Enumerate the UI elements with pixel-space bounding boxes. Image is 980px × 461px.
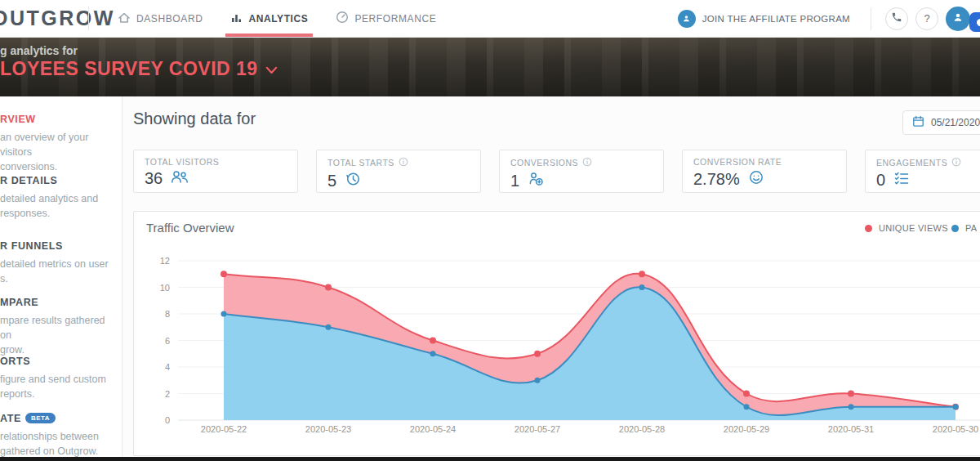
x-tick-label: 2020-05-27 xyxy=(514,424,560,434)
chart-point xyxy=(534,351,541,357)
x-tick-label: 2020-05-22 xyxy=(201,424,247,434)
beta-badge: BETA xyxy=(25,413,56,423)
sidebar-item-description: detailed metrics on users. xyxy=(0,257,116,286)
tab-analytics[interactable]: ANALYTICS xyxy=(230,0,308,37)
stat-label: CONVERSION RATE xyxy=(693,157,782,167)
chart-point xyxy=(325,284,332,291)
chart-point xyxy=(430,351,436,356)
stat-label: CONVERSIONS xyxy=(510,158,578,168)
outgrow-logo[interactable]: OUTGROW xyxy=(0,7,115,30)
people-icon xyxy=(171,169,189,188)
smiley-icon xyxy=(748,169,764,190)
sidebar: RVIEW an overview of your visitorsconver… xyxy=(0,96,122,461)
phone-icon xyxy=(891,11,902,25)
date-range-picker[interactable]: 05/21/2020 - 0 xyxy=(902,110,980,135)
content-title: LOYEES SURVEY COVID 19 xyxy=(0,58,258,80)
date-range-value: 05/21/2020 - 0 xyxy=(931,117,980,128)
chat-dot xyxy=(977,19,980,26)
user-plus-icon xyxy=(528,171,544,190)
stat-card-conversions: CONVERSIONS 1 xyxy=(499,150,664,193)
chart-point xyxy=(849,404,854,410)
chart-point xyxy=(744,404,750,410)
chart-point xyxy=(326,324,332,330)
affiliate-icon xyxy=(678,10,696,28)
chart-point xyxy=(535,378,541,383)
sidebar-item-reports[interactable]: ORTS figure and send customreports. xyxy=(0,356,116,401)
x-tick-label: 2020-05-24 xyxy=(410,424,456,434)
sidebar-item-label: MPARE xyxy=(0,297,116,308)
tab-performance[interactable]: PERFORMANCE xyxy=(336,0,436,37)
stat-label: TOTAL VISITORS xyxy=(145,157,219,167)
sidebar-item-user-details[interactable]: R DETAILS detailed analytics andresponse… xyxy=(0,175,116,221)
question-mark-icon: ? xyxy=(924,12,929,25)
sidebar-item-compare[interactable]: MPARE mpare results gathered ongrow. xyxy=(0,297,116,357)
banner-subtitle: g analytics for xyxy=(0,44,78,57)
x-tick-label: 2020-05-29 xyxy=(724,424,769,434)
y-tick-label: 12 xyxy=(160,256,170,266)
stat-card-total-starts: TOTAL STARTS 5 xyxy=(316,150,481,193)
sidebar-item-description: an overview of your visitorsconversions. xyxy=(0,130,116,174)
tab-label: PERFORMANCE xyxy=(354,13,436,25)
legend-unique-views[interactable]: UNIQUE VIEWS xyxy=(865,223,948,233)
sidebar-item-label: RVIEW xyxy=(0,114,116,125)
tab-dashboard[interactable]: DASHBOARD xyxy=(118,0,203,37)
user-avatar[interactable] xyxy=(946,7,970,31)
sidebar-item-user-funnels[interactable]: R FUNNELS detailed metrics on users. xyxy=(0,240,116,286)
info-icon[interactable] xyxy=(582,157,592,168)
nav-right-cluster: JOIN THE AFFILIATE PROGRAM ? xyxy=(678,0,970,37)
x-tick-label: 2020-05-28 xyxy=(619,424,665,434)
stat-card-engagements: ENGAGEMENTS 0 xyxy=(865,150,980,193)
y-tick-label: 4 xyxy=(165,362,170,372)
home-icon xyxy=(118,11,131,26)
info-icon[interactable] xyxy=(399,157,408,168)
help-button[interactable]: ? xyxy=(915,7,938,30)
stat-value: 5 xyxy=(327,172,336,190)
nav-divider xyxy=(88,7,89,30)
chart-point xyxy=(953,404,959,410)
window-border xyxy=(0,457,980,461)
affiliate-label: JOIN THE AFFILIATE PROGRAM xyxy=(702,14,850,24)
sidebar-item-label: ATEBETA xyxy=(0,413,116,424)
affiliate-program-link[interactable]: JOIN THE AFFILIATE PROGRAM xyxy=(678,10,850,28)
sidebar-item-label: R DETAILS xyxy=(0,175,116,186)
tab-label: ANALYTICS xyxy=(248,13,308,25)
info-icon[interactable] xyxy=(951,157,961,168)
sidebar-item-overview[interactable]: RVIEW an overview of your visitorsconver… xyxy=(0,114,116,174)
phone-button[interactable] xyxy=(885,7,908,30)
sidebar-item-description: relationships betweengathered on Outgrow… xyxy=(0,429,116,459)
sidebar-item-description: mpare results gathered ongrow. xyxy=(0,313,116,357)
y-tick-label: 0 xyxy=(165,415,170,425)
stat-label: ENGAGEMENTS xyxy=(876,158,947,168)
chart-title: Traffic Overview xyxy=(146,221,234,235)
y-tick-label: 6 xyxy=(165,336,170,346)
sidebar-item-correlate[interactable]: ATEBETA relationships betweengathered on… xyxy=(0,413,116,459)
person-icon xyxy=(951,11,964,27)
stat-value: 1 xyxy=(510,172,519,190)
stat-card-conversion-rate: CONVERSION RATE 2.78% xyxy=(682,150,847,193)
stat-card-total-visitors: TOTAL VISITORS 36 xyxy=(133,150,298,193)
history-clock-icon xyxy=(345,171,361,191)
y-tick-label: 10 xyxy=(160,283,170,293)
chart-point xyxy=(220,271,227,277)
chat-widget-icon[interactable] xyxy=(969,12,980,32)
stat-label: TOTAL STARTS xyxy=(327,158,394,168)
x-tick-label: 2020-05-23 xyxy=(305,424,351,434)
legend-label: UNIQUE VIEWS xyxy=(879,223,948,233)
traffic-overview-card: Traffic Overview UNIQUE VIEWS PA 0246810… xyxy=(133,211,980,456)
x-tick-label: 2020-05-31 xyxy=(828,424,874,434)
stat-value: 36 xyxy=(145,169,163,188)
legend-dot-blue xyxy=(951,225,959,232)
chart-point xyxy=(743,391,750,397)
bar-chart-icon xyxy=(230,11,243,25)
chart-point xyxy=(221,311,227,317)
chart-point xyxy=(639,271,645,277)
traffic-chart: 0246810122020-05-222020-05-232020-05-242… xyxy=(136,246,980,450)
y-tick-label: 2 xyxy=(165,389,170,399)
chart-point xyxy=(430,338,436,344)
page-title: Showing data for xyxy=(133,110,256,128)
legend-page-views[interactable]: PA xyxy=(951,223,977,233)
nav-tabs: DASHBOARD ANALYTICS PERFORMANCE xyxy=(118,0,436,37)
content-selector[interactable]: LOYEES SURVEY COVID 19 xyxy=(0,58,278,80)
sidebar-item-label: ORTS xyxy=(0,356,116,367)
sidebar-item-label: R FUNNELS xyxy=(0,240,116,252)
